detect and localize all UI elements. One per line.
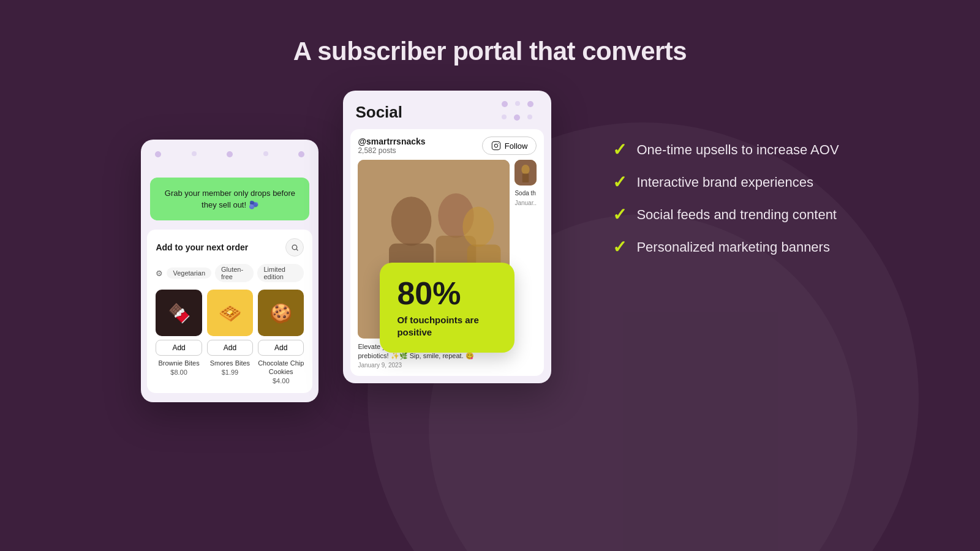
benefit-item-3: ✓ Social feeds and trending content [612, 204, 839, 225]
dot-dec [263, 151, 268, 156]
left-card-dots [141, 140, 318, 159]
dot-dec [502, 101, 508, 107]
promo-banner: Grab your member only drops before they … [150, 178, 309, 220]
dot-dec [527, 101, 533, 107]
social-card-dots [500, 99, 543, 122]
cookies-name: Chocolate Chip Cookies [258, 359, 304, 377]
check-icon-2: ✓ [612, 172, 627, 192]
benefit-item-4: ✓ Personalized marketing banners [612, 237, 839, 257]
svg-point-3 [494, 144, 497, 147]
product-smores: 🧇 Add Smores Bites $1.99 [207, 290, 253, 384]
products-grid: 🍫 Add Brownie Bites $8.00 🧇 Add Smores B… [156, 290, 304, 384]
svg-rect-14 [522, 173, 529, 182]
benefit-text-3: Social feeds and trending content [636, 207, 837, 223]
post-caption-2: Soda th... [514, 189, 537, 198]
check-icon-1: ✓ [612, 140, 627, 160]
svg-rect-2 [492, 141, 500, 149]
dot-dec [515, 101, 520, 106]
product-cookies: 🍪 Add Chocolate Chip Cookies $4.00 [258, 290, 304, 384]
filter-gluten-free[interactable]: Gluten-free [215, 264, 254, 282]
promo-text: Grab your member only drops before they … [165, 189, 295, 209]
right-card-wrapper: Social @smartrrsnacks 2,582 posts [343, 91, 551, 383]
benefit-item-2: ✓ Interactive brand experiences [612, 172, 839, 192]
content-area: Grab your member only drops before they … [0, 91, 980, 402]
order-title: Add to your next order [156, 242, 248, 252]
search-button[interactable] [285, 238, 304, 257]
stat-card: 80% Of touchpoints are positive [380, 263, 514, 353]
filter-tabs: ⚙ Vegetarian Gluten-free Limited edition [156, 264, 304, 282]
product-brownie: 🍫 Add Brownie Bites $8.00 [156, 290, 202, 384]
svg-point-13 [522, 165, 530, 174]
social-post-2: Soda th... Januar... [514, 160, 537, 369]
add-smores-button[interactable]: Add [207, 340, 253, 356]
order-header: Add to your next order [156, 238, 304, 257]
benefits-list: ✓ One-time upsells to increase AOV ✓ Int… [612, 140, 839, 257]
cookies-price: $4.00 [258, 377, 304, 384]
social-profile-row: @smartrrsnacks 2,582 posts Follow [358, 137, 537, 155]
benefit-text-2: Interactive brand experiences [636, 174, 813, 190]
svg-point-6 [391, 197, 432, 246]
social-card-header: Social [343, 91, 551, 129]
dot-dec [514, 114, 520, 121]
post-date-1: January 9, 2023 [358, 362, 510, 369]
dot-dec [502, 114, 507, 119]
dot-dec [527, 114, 532, 119]
add-brownie-button[interactable]: Add [156, 340, 202, 356]
page-title: A subscriber portal that converts [0, 0, 980, 66]
brownie-name: Brownie Bites [156, 359, 202, 367]
dot-dec [227, 151, 233, 157]
profile-info: @smartrrsnacks 2,582 posts [358, 137, 425, 155]
follow-button[interactable]: Follow [482, 137, 537, 155]
stat-number: 80% [397, 277, 497, 309]
post-image-2 [514, 160, 537, 186]
filter-icon: ⚙ [156, 269, 163, 278]
svg-line-1 [296, 249, 298, 250]
brownie-price: $8.00 [156, 369, 202, 376]
dot-dec [298, 151, 304, 157]
filter-vegetarian[interactable]: Vegetarian [167, 268, 211, 279]
add-cookies-button[interactable]: Add [258, 340, 304, 356]
smores-name: Smores Bites [207, 359, 253, 367]
order-section: Add to your next order ⚙ Vegetarian Glut… [147, 230, 312, 393]
brownie-image: 🍫 [156, 290, 202, 335]
svg-point-4 [498, 143, 499, 144]
check-icon-4: ✓ [612, 237, 627, 257]
profile-handle: @smartrrsnacks [358, 137, 425, 146]
dot-dec [192, 151, 197, 156]
filter-limited[interactable]: Limited edition [257, 264, 304, 282]
svg-point-0 [292, 245, 297, 250]
dot-dec [155, 151, 161, 157]
svg-point-10 [463, 207, 494, 247]
smores-price: $1.99 [207, 369, 253, 376]
benefit-text-4: Personalized marketing banners [636, 239, 830, 255]
cookies-image: 🍪 [258, 290, 304, 335]
benefit-text-1: One-time upsells to increase AOV [636, 142, 839, 158]
check-icon-3: ✓ [612, 204, 627, 225]
profile-posts: 2,582 posts [358, 146, 425, 155]
follow-label: Follow [505, 141, 528, 151]
left-card: Grab your member only drops before they … [141, 140, 318, 402]
benefit-item-1: ✓ One-time upsells to increase AOV [612, 140, 839, 160]
smores-image: 🧇 [207, 290, 253, 335]
stat-label: Of touchpoints are positive [397, 314, 497, 338]
post-date-2: Januar... [514, 200, 537, 206]
